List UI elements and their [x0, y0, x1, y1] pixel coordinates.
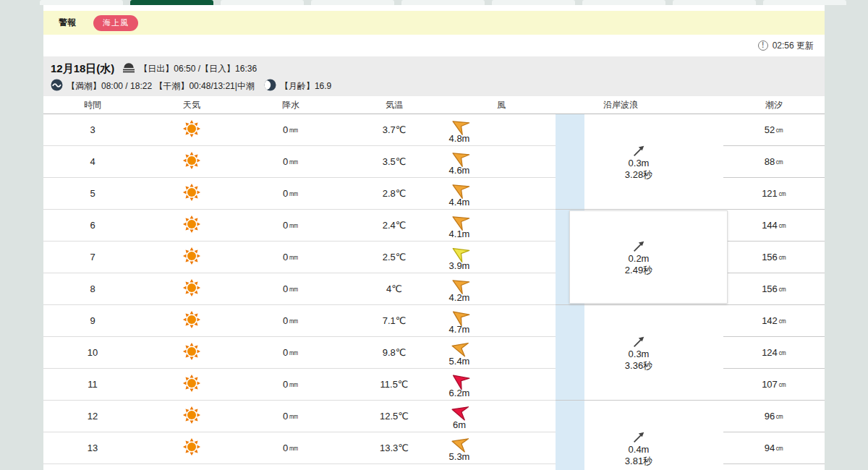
forecast-row: 3 0mm 3.7℃	[43, 114, 556, 146]
hour-cell: 5	[43, 178, 142, 209]
col-header-time: 時間	[84, 99, 101, 111]
sunny-icon	[182, 150, 202, 173]
wave-direction-arrow-ne-icon	[631, 334, 647, 349]
precip-cell: 0mm	[242, 178, 340, 209]
sunny-icon	[182, 246, 202, 268]
hour-cell: 3	[43, 114, 142, 145]
wave-height-label: 0.3m	[629, 158, 650, 169]
table-body: 3 0mm 3.7℃	[43, 114, 825, 470]
moon-age: 【月齢】16.9	[280, 80, 331, 93]
precip-cell: 0mm	[242, 146, 340, 177]
weather-cell	[142, 369, 242, 400]
wave-height-label: 0.3m	[629, 349, 650, 360]
wind-cell: 6m	[448, 401, 556, 432]
nav-tab-3[interactable]	[311, 0, 394, 5]
weather-cell	[142, 337, 242, 368]
hour-cell: 10	[43, 337, 142, 368]
date-label: 12月18日(水)	[51, 62, 114, 76]
wave-height-label: 0.4m	[629, 444, 650, 456]
precip-cell: 0mm	[242, 242, 340, 273]
moon-icon	[264, 79, 276, 94]
update-row: ! 02:56 更新	[43, 35, 825, 56]
weather-cell	[142, 146, 242, 177]
wave-icon	[51, 79, 63, 94]
hour-cell: 7	[43, 242, 142, 273]
wind-cell: 4.2m	[448, 273, 556, 304]
precip-cell: 0mm	[242, 369, 340, 400]
wind-cell: 5.4m	[448, 337, 556, 368]
weather-cell	[142, 242, 242, 273]
wave-group-cell: 0.3m 3.36秒	[556, 305, 825, 401]
wave-height-label: 0.2m	[629, 253, 650, 265]
nav-tab-5[interactable]	[492, 0, 575, 5]
precip-cell: 0mm	[242, 337, 340, 368]
wind-cell: 3.9m	[448, 242, 556, 273]
hour-cell: 8	[43, 273, 142, 304]
page: 警報 海上風 ! 02:56 更新 12月18日(水) 【日出】06:50 /【	[0, 0, 868, 470]
wave-direction-arrow-ne-icon	[631, 239, 647, 253]
sunny-icon	[182, 309, 202, 332]
info-icon: !	[758, 40, 768, 51]
warning-bar: 警報 海上風	[43, 11, 825, 35]
sunny-icon	[182, 182, 202, 205]
forecast-row-partial	[43, 464, 556, 470]
hour-cell: 12	[43, 401, 142, 432]
hour-cell: 4	[43, 146, 142, 177]
precip-cell: 0mm	[242, 401, 340, 432]
precip-cell: 0mm	[242, 114, 340, 145]
weather-cell	[142, 273, 242, 304]
nav-tab-6[interactable]	[582, 0, 665, 5]
forecast-row: 7 0mm 2.5℃	[43, 242, 556, 273]
wind-cell: 4.1m	[448, 210, 556, 241]
sunrise-icon	[122, 62, 135, 76]
wind-cell: 5.3m	[448, 432, 556, 463]
weather-cell	[142, 114, 242, 145]
content-panel: 警報 海上風 ! 02:56 更新 12月18日(水) 【日出】06:50 /【	[43, 5, 825, 470]
tide-times: 【満潮】08:00 / 18:22 【干潮】00:48/13:21|中潮	[67, 80, 255, 93]
wind-speed-label: 5.4m	[449, 356, 470, 367]
nav-tab-1[interactable]	[130, 0, 213, 5]
wave-period-label: 3.28秒	[625, 169, 652, 181]
precip-cell: 0mm	[242, 273, 340, 304]
forecast-row: 11 0mm 11.5℃	[43, 369, 556, 401]
nav-tab-8[interactable]	[763, 0, 846, 5]
hour-cell: 13	[43, 432, 142, 463]
wave-direction-arrow-ne-icon	[631, 430, 647, 444]
weather-cell	[142, 178, 242, 209]
sunny-icon	[182, 437, 202, 459]
forecast-row: 5 0mm 2.8℃	[43, 178, 556, 210]
wave-group-cell: 0.4m 3.81秒	[556, 401, 825, 470]
date-header: 12月18日(水) 【日出】06:50 /【日入】16:36	[43, 56, 825, 96]
wave-period-label: 2.49秒	[625, 265, 652, 276]
wind-cell: 4.7m	[448, 305, 556, 336]
weather-cell	[142, 432, 242, 463]
wave-period-label: 3.81秒	[625, 456, 652, 467]
wave-group-cell: 0.3m 3.28秒	[556, 114, 825, 210]
sunrise-sunset-times: 【日出】06:50 /【日入】16:36	[139, 63, 257, 75]
hour-cell: 11	[43, 369, 142, 400]
nav-tab-2[interactable]	[221, 0, 304, 5]
nav-tab-7[interactable]	[673, 0, 756, 5]
nav-tab-0[interactable]	[40, 0, 123, 5]
col-header-precip: 降水	[282, 99, 299, 111]
sunny-icon	[182, 119, 202, 141]
col-header-tide: 潮汐	[765, 99, 783, 111]
precip-cell: 0mm	[242, 432, 340, 463]
top-tab-strip	[0, 0, 868, 5]
nav-tab-4[interactable]	[401, 0, 485, 5]
warning-badge-sea-wind[interactable]: 海上風	[93, 15, 138, 31]
update-time: 02:56 更新	[773, 40, 814, 52]
sunny-icon	[182, 405, 202, 427]
forecast-row: 6 0mm 2.4℃	[43, 210, 556, 242]
wave-group-cell: 0.2m 2.49秒	[556, 210, 825, 305]
sunny-icon	[182, 278, 202, 300]
forecast-row: 9 0mm 7.1℃	[43, 305, 556, 337]
col-header-weather: 天気	[183, 99, 200, 111]
wind-cell: 4.6m	[448, 146, 556, 177]
wave-period-label: 3.36秒	[625, 360, 652, 372]
forecast-row: 13 0mm 13.3℃	[43, 432, 556, 464]
forecast-row: 4 0mm 3.5℃	[43, 146, 556, 178]
wind-cell: 4.8m	[448, 114, 556, 145]
forecast-row: 12 0mm 12.5℃	[43, 401, 556, 432]
hour-cell: 9	[43, 305, 142, 336]
